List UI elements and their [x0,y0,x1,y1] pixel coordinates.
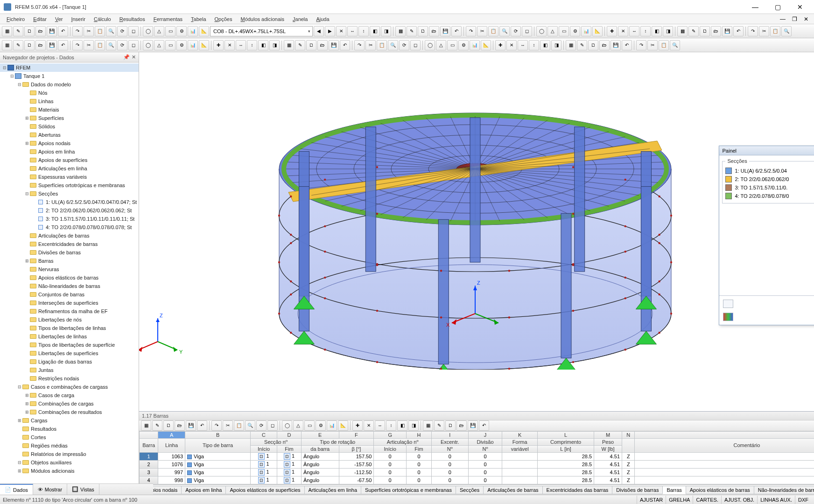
tree-item[interactable]: Divisões de barras [0,248,139,257]
menu-opes[interactable]: Opções [211,15,236,23]
navigator-tab-vistas[interactable]: 🔲 Vistas [67,484,99,495]
grid-tab[interactable]: Superfícies ortotrópicas e membranas [361,486,456,494]
toolbar-button[interactable]: ↕ [640,26,651,36]
toolbar-button[interactable]: ▦ [141,420,151,431]
toolbar-button[interactable]: ▦ [423,420,433,431]
tree-item[interactable]: ⊟Casos e combinações de cargass [0,383,139,391]
maximize-button[interactable]: ▢ [767,0,788,14]
toolbar-button[interactable]: ↔ [518,40,528,50]
toolbar-button[interactable]: 🔍 [670,40,680,50]
toolbar-button[interactable]: 📐 [199,26,209,36]
toolbar-button[interactable]: 📊 [188,26,198,36]
toolbar-button[interactable]: 🔍 [106,26,116,36]
mdi-close-button[interactable]: ✕ [801,15,811,23]
section-legend-item[interactable]: 2: TO 2/2/0.062/0.062/0 [725,175,814,183]
toolbar-button[interactable]: 📊 [581,26,591,36]
toolbar-button[interactable]: 💾 [329,40,339,50]
tree-item[interactable]: 1: UL(A) 6/2.5/2.5/0.047/0.047/0.047; St [0,198,139,206]
toolbar-button[interactable]: ✂ [365,40,376,50]
navigator-pin-icon[interactable]: 📌 [123,54,130,60]
col-tipo[interactable]: Tipo de barra [185,438,251,452]
toolbar-button[interactable]: ↷ [72,40,83,50]
toolbar-button[interactable]: ◯ [536,26,547,36]
toolbar-button[interactable]: ↷ [636,40,646,50]
tree-item[interactable]: Libertações de superfícies [0,349,139,357]
tree-item[interactable]: Nós [0,89,139,97]
col-compr[interactable]: Comprimento [538,438,594,445]
toolbar-button[interactable]: 📊 [188,40,198,50]
combo-nav[interactable]: ▶ [325,26,335,36]
table-row[interactable]: 21076Viga⊡ 1⊡ 1Ângulo-157.50000028.54.51… [140,460,814,468]
tree-item[interactable]: Excentricidades de barras [0,240,139,248]
tree-item[interactable]: ⊞Cargas [0,416,139,425]
col-artic[interactable]: Articulação nº [374,438,432,445]
toolbar-button[interactable]: ◧ [370,26,380,36]
grid-tab[interactable]: Excentricidades das barras [542,486,613,494]
col-letter[interactable]: K [502,431,538,438]
col-letter[interactable]: C [251,431,277,438]
toolbar-button[interactable]: ↶ [197,420,207,431]
toolbar-button[interactable]: 📊 [470,40,480,50]
col-linha[interactable]: Linha [158,438,185,452]
toolbar-button[interactable]: ↔ [236,40,246,50]
tree-item[interactable]: Libertações de nós [0,315,139,324]
tree-item[interactable]: Regiões médias [0,441,139,450]
toolbar-button[interactable]: ✂ [647,40,658,50]
col-letter[interactable]: L [538,431,594,438]
toolbar-button[interactable]: 🗋 [24,40,35,50]
col-letter[interactable]: F [339,431,374,438]
tree-item[interactable]: Nervuras [0,265,139,273]
toolbar-button[interactable]: ⚙ [458,40,469,50]
col-letter[interactable]: B [185,431,251,438]
tree-item[interactable]: Aberturas [0,131,139,139]
section-legend-item[interactable]: 1: UL(A) 6/2.5/2.5/0.04 [725,167,814,175]
toolbar-button[interactable]: ↕ [358,26,369,36]
toolbar-button[interactable]: ↶ [733,26,744,36]
toolbar-button[interactable]: ✎ [295,40,305,50]
col-seccao[interactable]: Secção nº [251,438,302,445]
toolbar-button[interactable]: 🔍 [499,26,510,36]
toolbar-button[interactable]: ▦ [566,40,576,50]
tree-item[interactable]: Interseções de superfícies [0,299,139,307]
toolbar-button[interactable]: ◯ [282,420,292,431]
toolbar-button[interactable]: 🔍 [388,40,398,50]
table-row[interactable]: 4998Viga⊡ 1⊡ 1Ângulo-67.50000028.54.51Z [140,476,814,484]
tree-item[interactable]: ⊞Superfícies [0,114,139,122]
minimize-button[interactable]: — [745,0,765,14]
toolbar-button[interactable]: △ [293,420,303,431]
toolbar-button[interactable]: 🔍 [106,40,116,50]
toolbar-button[interactable]: ↕ [247,40,257,50]
toolbar-button[interactable]: 🗋 [588,40,598,50]
tree-item[interactable]: ⊟Dados do modelo [0,80,139,89]
status-cell[interactable]: CARTES. [693,496,721,504]
toolbar-button[interactable]: ↶ [622,40,632,50]
toolbar-button[interactable]: 🗁 [35,26,46,36]
grid-tab[interactable]: Apoios elásticos de barras [686,486,754,494]
toolbar-button[interactable]: ◯ [425,40,435,50]
toolbar-button[interactable]: ◯ [143,26,153,36]
toolbar-button[interactable]: ◻ [267,420,278,431]
toolbar-button[interactable]: ▦ [2,26,12,36]
toolbar-button[interactable]: 🗁 [317,40,328,50]
close-button[interactable]: ✕ [790,0,810,14]
toolbar-button[interactable]: ✕ [364,420,374,431]
toolbar-button[interactable]: ⟳ [511,26,521,36]
status-cell[interactable]: AJUSTAR [637,496,666,504]
toolbar-button[interactable]: ◻ [128,40,139,50]
toolbar-button[interactable]: 💾 [722,26,732,36]
menu-janela[interactable]: Janela [289,15,311,23]
tree-item[interactable]: Tipos de libertações de superfície [0,341,139,349]
menu-mdulosadicionais[interactable]: Módulos adicionais [237,15,288,23]
menu-editar[interactable]: Editar [29,15,50,23]
toolbar-button[interactable]: ◨ [408,420,419,431]
toolbar-button[interactable]: ◨ [663,26,673,36]
tree-item[interactable]: ⊞Casos de carga [0,391,139,399]
toolbar-button[interactable]: 📋 [770,26,780,36]
toolbar-button[interactable]: 💾 [610,40,621,50]
toolbar-button[interactable]: ⟳ [399,40,409,50]
tree-item[interactable]: Superfícies ortotrópicas e membranas [0,181,139,189]
toolbar-button[interactable]: ◨ [381,26,391,36]
mdi-minimize-button[interactable]: — [777,15,788,23]
menu-ferramentas[interactable]: Ferramentas [150,15,186,23]
section-legend-item[interactable]: 4: TO 2/2/0.078/0.078/0 [725,192,814,200]
